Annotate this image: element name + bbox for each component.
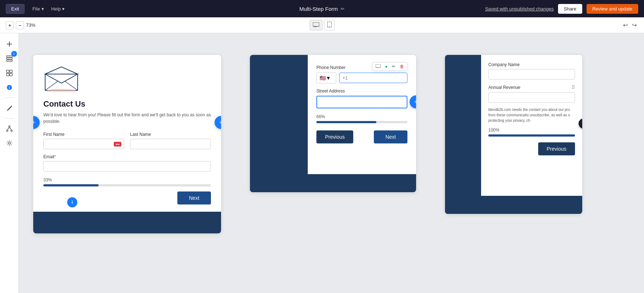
svg-rect-13 xyxy=(10,73,12,76)
last-name-group: Last Name xyxy=(130,132,211,149)
sections-button[interactable]: i xyxy=(3,52,16,65)
card2-next-button[interactable]: Next xyxy=(374,130,407,143)
review-update-button[interactable]: Review and update xyxy=(587,4,638,14)
card3-content: Company Name Annual Revenue ⠿ blendb2b.c… xyxy=(481,55,582,163)
progress-bar-bg-1 xyxy=(43,184,211,186)
sections-badge: i xyxy=(11,51,17,57)
editor-canvas: Contact Us We'd love to hear from you! P… xyxy=(19,33,644,293)
add-element-button[interactable] xyxy=(3,38,16,51)
card1-next-button[interactable]: Next xyxy=(177,191,211,204)
pen-tool-button[interactable] xyxy=(3,102,16,115)
mobile-view-button[interactable] xyxy=(324,20,335,30)
edit-title-icon[interactable]: ✏ xyxy=(341,6,345,12)
svg-point-26 xyxy=(46,89,77,92)
navigator-button[interactable] xyxy=(3,66,16,79)
progress-bar-fill-2 xyxy=(316,121,376,123)
email-input[interactable] xyxy=(43,161,211,172)
street-label: Street Address xyxy=(316,89,407,94)
svg-line-19 xyxy=(7,127,9,130)
undo-button[interactable]: ↩ xyxy=(622,21,629,29)
network-button[interactable] xyxy=(3,122,16,135)
street-input[interactable] xyxy=(316,96,407,108)
card2-footer xyxy=(250,174,416,192)
svg-line-24 xyxy=(45,81,58,90)
required-star: * xyxy=(54,154,56,159)
progress-bar-fill-3 xyxy=(488,134,575,137)
sidebar-divider-2 xyxy=(4,118,14,119)
card2-blue-panel xyxy=(250,55,308,192)
view-mode-icons xyxy=(310,20,335,30)
field-toolbar-desktop-btn[interactable] xyxy=(374,63,382,70)
exit-button[interactable]: Exit xyxy=(6,4,25,14)
first-name-group: First Name ••• xyxy=(43,132,124,149)
svg-rect-9 xyxy=(7,60,12,61)
progress-bar-bg-3 xyxy=(488,134,575,137)
form-subtitle: We'd love to hear from you! Please fill … xyxy=(43,112,211,125)
email-label: Email* xyxy=(43,154,211,159)
svg-rect-0 xyxy=(313,22,319,26)
email-group: Email* xyxy=(43,154,211,172)
card1-info-badge[interactable]: i xyxy=(67,197,77,207)
redo-button[interactable]: ↪ xyxy=(631,21,638,29)
svg-point-4 xyxy=(329,26,330,27)
company-name-input[interactable] xyxy=(488,69,575,79)
sidebar-divider xyxy=(4,98,14,98)
first-name-input-wrapper: ••• xyxy=(43,139,124,149)
first-name-input[interactable] xyxy=(43,139,124,149)
svg-rect-8 xyxy=(7,58,12,59)
progress-section-1: 33% xyxy=(43,177,211,186)
revenue-grid-icon: ⠿ xyxy=(571,85,575,90)
card1-footer xyxy=(33,212,221,233)
svg-point-18 xyxy=(11,130,12,132)
left-sidebar: i i xyxy=(0,33,19,293)
flag-icon: 🇺🇸 xyxy=(320,75,326,81)
last-name-input[interactable] xyxy=(130,139,211,149)
field-toolbar-edit-btn[interactable]: ✏ xyxy=(390,63,397,70)
phone-input[interactable] xyxy=(339,73,407,83)
progress-bar-bg-2 xyxy=(316,121,407,123)
card2-prev-button[interactable]: Previous xyxy=(316,130,353,143)
page-title: Multi-Step Form ✏ xyxy=(299,6,345,12)
card3-prev-button[interactable]: Previous xyxy=(538,142,575,155)
svg-rect-7 xyxy=(7,56,12,57)
undo-redo-controls: ↩ ↪ xyxy=(622,21,638,29)
svg-marker-23 xyxy=(45,74,78,83)
last-name-label: Last Name xyxy=(130,132,211,137)
card2-content: Phone Number 🇺🇸 ▾ ● ✏ 🗑 xyxy=(308,55,416,154)
svg-rect-11 xyxy=(10,70,12,73)
nav-right-actions: Saved with unpublished changes Share Rev… xyxy=(485,4,638,14)
form-card-step3: Company Name Annual Revenue ⠿ blendb2b.c… xyxy=(445,55,582,214)
field-toolbar-color-btn[interactable]: ● xyxy=(384,63,389,70)
envelope-illustration xyxy=(43,65,211,94)
svg-point-17 xyxy=(7,130,8,132)
file-menu[interactable]: File ▾ xyxy=(29,6,48,12)
saved-status[interactable]: Saved with unpublished changes xyxy=(485,6,554,12)
svg-point-16 xyxy=(9,126,10,127)
zoom-in-button[interactable]: + xyxy=(6,21,14,29)
progress-section-2: 66% xyxy=(316,114,407,123)
svg-text:i: i xyxy=(9,86,10,90)
card3-blue-panel xyxy=(445,55,481,214)
field-toolbar: ● ✏ 🗑 xyxy=(372,62,407,71)
first-name-label: First Name xyxy=(43,132,124,137)
form-card-step1: Contact Us We'd love to hear from you! P… xyxy=(33,55,221,233)
svg-line-20 xyxy=(9,127,12,130)
help-menu[interactable]: Help ▾ xyxy=(48,6,69,12)
revenue-input[interactable] xyxy=(488,92,575,103)
info-button-2[interactable]: i xyxy=(3,81,16,94)
svg-rect-27 xyxy=(376,64,381,68)
form-title: Contact Us xyxy=(43,99,211,109)
share-button[interactable]: Share xyxy=(558,4,582,14)
desktop-view-button[interactable] xyxy=(310,20,323,30)
settings-button[interactable] xyxy=(3,137,16,150)
svg-rect-10 xyxy=(7,70,9,73)
field-toolbar-delete-btn[interactable]: 🗑 xyxy=(398,63,406,70)
progress-section-3: 100% xyxy=(488,128,575,137)
phone-row: 🇺🇸 ▾ ● ✏ 🗑 xyxy=(316,72,407,83)
card1-content: Contact Us We'd love to hear from you! P… xyxy=(33,55,221,212)
form-card-step2: Phone Number 🇺🇸 ▾ ● ✏ 🗑 xyxy=(250,55,416,192)
country-code-select[interactable]: 🇺🇸 ▾ xyxy=(316,72,336,83)
progress-label-2: 66% xyxy=(316,114,407,119)
progress-label-1: 33% xyxy=(43,177,211,182)
zoom-out-button[interactable]: − xyxy=(16,21,24,29)
